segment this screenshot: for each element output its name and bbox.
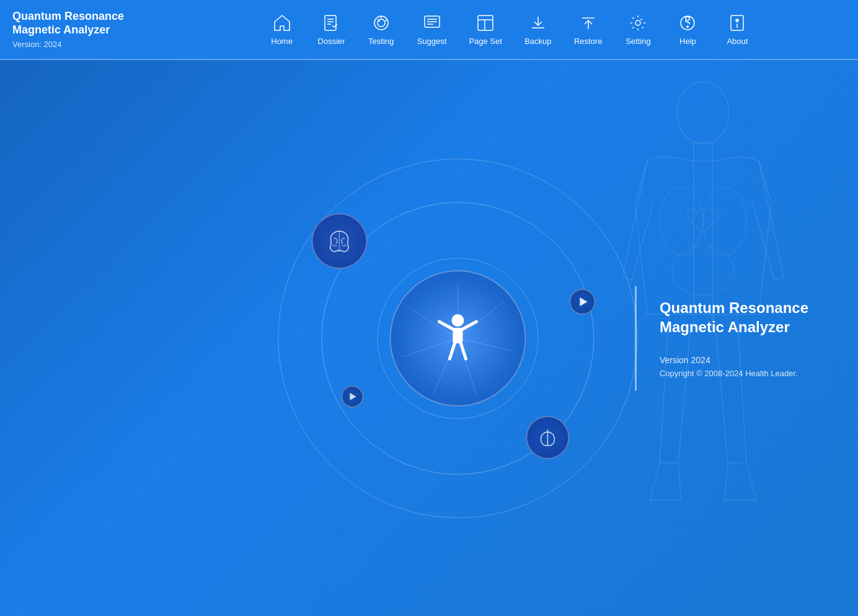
svg-point-20 xyxy=(736,19,738,22)
nav-pageset[interactable]: Page Set xyxy=(458,8,513,51)
node-brain[interactable] xyxy=(311,213,367,269)
svg-line-31 xyxy=(433,338,458,394)
svg-line-32 xyxy=(402,338,458,357)
brain-icon xyxy=(323,225,355,257)
nav-restore[interactable]: Restore xyxy=(563,8,614,51)
pageset-icon xyxy=(475,13,495,33)
nav-home[interactable]: Home xyxy=(257,8,307,51)
svg-rect-19 xyxy=(731,15,743,30)
nav-testing[interactable]: Testing xyxy=(356,8,406,51)
header: Quantum Resonance Magnetic Analyzer Vers… xyxy=(0,0,858,60)
svg-line-28 xyxy=(458,301,504,338)
nav-setting-label: Setting xyxy=(626,37,650,46)
node-lungs[interactable] xyxy=(526,416,569,459)
svg-rect-23 xyxy=(694,143,712,161)
nav-dossier-label: Dossier xyxy=(318,37,345,46)
nav-testing-label: Testing xyxy=(368,37,394,46)
nav-about-label: About xyxy=(727,37,748,46)
svg-rect-12 xyxy=(478,15,493,30)
nav-suggest[interactable]: Suggest xyxy=(406,8,458,51)
testing-icon xyxy=(371,13,391,33)
backup-icon xyxy=(528,13,548,33)
home-icon xyxy=(272,13,292,33)
info-title: Quantum Resonance Magnetic Analyzer xyxy=(660,298,808,337)
svg-point-17 xyxy=(686,17,689,20)
svg-marker-37 xyxy=(580,297,587,306)
logo-area: Quantum Resonance Magnetic Analyzer Vers… xyxy=(12,10,174,48)
orbital-diagram xyxy=(278,159,637,518)
nav-restore-label: Restore xyxy=(574,37,603,46)
lungs-icon xyxy=(534,425,560,451)
svg-point-22 xyxy=(677,82,729,144)
nav-backup[interactable]: Backup xyxy=(513,8,563,51)
suggest-icon xyxy=(422,13,442,33)
svg-line-33 xyxy=(408,307,458,338)
svg-line-7 xyxy=(385,20,387,21)
nav-bar: Home Dossier xyxy=(174,8,846,51)
nav-help[interactable]: Help xyxy=(663,8,712,51)
nav-setting[interactable]: Setting xyxy=(613,8,663,51)
main-content: Quantum Resonance Magnetic Analyzer Vers… xyxy=(0,60,858,616)
nav-suggest-label: Suggest xyxy=(417,37,447,46)
svg-point-24 xyxy=(660,187,703,255)
node-small[interactable] xyxy=(341,385,363,408)
app-version: Version: 2024 xyxy=(12,40,174,49)
svg-point-25 xyxy=(703,187,746,255)
info-divider xyxy=(635,286,637,390)
play-icon xyxy=(575,295,589,309)
restore-icon xyxy=(578,13,598,33)
nav-backup-label: Backup xyxy=(524,37,551,46)
dossier-icon xyxy=(322,13,342,33)
setting-icon xyxy=(628,13,648,33)
svg-line-30 xyxy=(458,338,476,394)
svg-marker-38 xyxy=(350,393,356,400)
svg-rect-0 xyxy=(325,15,336,30)
ray-lines xyxy=(389,270,526,407)
about-icon xyxy=(727,13,747,33)
info-version: Version 2024 xyxy=(660,355,808,365)
help-icon xyxy=(678,13,697,33)
svg-point-18 xyxy=(687,26,688,27)
app-title: Quantum Resonance Magnetic Analyzer xyxy=(12,10,174,37)
node-small-icon xyxy=(347,391,358,402)
svg-point-15 xyxy=(635,20,640,25)
nav-home-label: Home xyxy=(271,37,293,46)
info-copyright: Copyright © 2008-2024 Health Leader. xyxy=(660,369,808,378)
node-play[interactable] xyxy=(569,289,595,315)
nav-pageset-label: Page Set xyxy=(469,37,502,46)
svg-line-29 xyxy=(458,338,513,351)
center-circle xyxy=(389,270,526,407)
info-panel: Quantum Resonance Magnetic Analyzer Vers… xyxy=(635,286,821,390)
nav-about[interactable]: About xyxy=(712,8,762,51)
nav-help-label: Help xyxy=(679,37,696,46)
nav-dossier[interactable]: Dossier xyxy=(307,8,356,51)
